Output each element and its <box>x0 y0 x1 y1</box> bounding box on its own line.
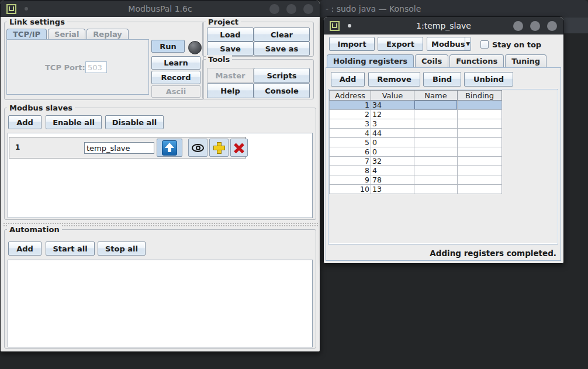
cell-name[interactable] <box>414 157 458 166</box>
cell-name[interactable] <box>414 185 458 194</box>
tab-serial[interactable]: Serial <box>48 29 85 39</box>
column-header-value[interactable]: Value <box>371 90 414 101</box>
maximize-button[interactable] <box>286 4 296 14</box>
registers-scrollpane[interactable]: Address Value Name Binding 1 34 2 12 <box>328 89 558 244</box>
cell-address[interactable]: 7 <box>329 157 371 166</box>
column-header-address[interactable]: Address <box>329 90 371 101</box>
cell-binding[interactable] <box>458 138 502 147</box>
cell-value[interactable]: 34 <box>371 101 414 110</box>
cell-name[interactable] <box>414 166 458 175</box>
titlebar-pin-dot[interactable] <box>25 7 28 11</box>
column-header-name[interactable]: Name <box>414 90 458 101</box>
cell-binding[interactable] <box>458 110 502 119</box>
cell-address[interactable]: 6 <box>329 147 371 157</box>
help-button[interactable]: Help <box>207 83 254 98</box>
table-row: 5 0 <box>329 138 502 147</box>
cell-value[interactable]: 78 <box>371 175 414 185</box>
cell-name[interactable] <box>414 147 458 157</box>
cell-name[interactable] <box>414 110 458 119</box>
cell-value[interactable]: 3 <box>371 119 414 129</box>
app-icon[interactable] <box>330 21 340 31</box>
cell-binding[interactable] <box>458 119 502 129</box>
cell-value[interactable]: 44 <box>371 129 414 138</box>
automation-add-button[interactable]: Add <box>8 242 41 256</box>
slave-duplicate-button[interactable] <box>209 139 229 157</box>
export-button[interactable]: Export <box>378 37 423 51</box>
clear-button[interactable]: Clear <box>254 27 310 42</box>
tcp-port-field[interactable]: 503 <box>85 61 107 73</box>
app-icon[interactable] <box>6 4 16 14</box>
tab-holding-registers[interactable]: Holding registers <box>327 54 414 67</box>
mode-combobox[interactable]: Modbus ▼ <box>427 37 471 51</box>
cell-value[interactable]: 4 <box>371 166 414 175</box>
cell-value[interactable]: 0 <box>371 138 414 147</box>
cell-binding[interactable] <box>458 147 502 157</box>
load-button[interactable]: Load <box>207 27 254 42</box>
learn-button[interactable]: Learn <box>151 56 200 70</box>
cell-address[interactable]: 4 <box>329 129 371 138</box>
enable-all-button[interactable]: Enable all <box>46 115 102 129</box>
slaves-add-button[interactable]: Add <box>8 115 41 129</box>
cell-address[interactable]: 1 <box>329 101 371 110</box>
slave-enable-toggle[interactable] <box>157 139 182 157</box>
column-header-binding[interactable]: Binding <box>458 90 502 101</box>
tab-tcpip[interactable]: TCP/IP <box>6 29 47 39</box>
cell-address[interactable]: 5 <box>329 138 371 147</box>
cell-address[interactable]: 10 <box>329 185 371 194</box>
titlebar-pin-dot[interactable] <box>348 24 351 27</box>
save-button[interactable]: Save <box>207 42 254 56</box>
import-button[interactable]: Import <box>329 37 375 51</box>
close-button[interactable] <box>303 4 313 14</box>
tab-replay[interactable]: Replay <box>87 29 128 39</box>
register-bind-button[interactable]: Bind <box>423 72 461 87</box>
konsole-titlebar[interactable]: - : sudo java — Konsole <box>320 0 588 18</box>
cell-name[interactable] <box>414 101 458 110</box>
cell-name[interactable] <box>414 175 458 185</box>
cell-address[interactable]: 2 <box>329 110 371 119</box>
slave-view-button[interactable] <box>188 139 207 157</box>
slave-window-titlebar[interactable]: 1:temp_slave <box>324 17 563 35</box>
disable-all-button[interactable]: Disable all <box>105 115 164 129</box>
maximize-button[interactable] <box>530 21 540 31</box>
console-button[interactable]: Console <box>254 83 310 98</box>
cell-value[interactable]: 32 <box>371 157 414 166</box>
stay-on-top-checkbox[interactable] <box>480 40 489 49</box>
konsole-window-title: - : sudo java — Konsole <box>326 4 421 13</box>
cell-value[interactable]: 12 <box>371 110 414 119</box>
cell-value[interactable]: 0 <box>371 147 414 157</box>
tab-functions[interactable]: Functions <box>449 54 504 67</box>
tab-coils[interactable]: Coils <box>415 54 448 67</box>
cell-binding[interactable] <box>458 166 502 175</box>
cell-binding[interactable] <box>458 101 502 110</box>
record-button[interactable]: Record <box>151 71 200 84</box>
save-as-button[interactable]: Save as <box>254 42 310 56</box>
cell-value[interactable]: 13 <box>371 185 414 194</box>
cell-binding[interactable] <box>458 175 502 185</box>
slave-delete-button[interactable] <box>230 139 248 157</box>
minimize-button[interactable] <box>269 4 279 14</box>
stop-all-button[interactable]: Stop all <box>98 242 146 256</box>
cell-binding[interactable] <box>458 185 502 194</box>
table-row: 6 0 <box>329 147 502 157</box>
start-all-button[interactable]: Start all <box>46 242 95 256</box>
run-button[interactable]: Run <box>151 40 185 53</box>
cell-binding[interactable] <box>458 129 502 138</box>
mode-combobox-value: Modbus <box>427 37 465 50</box>
cell-address[interactable]: 9 <box>329 175 371 185</box>
cell-address[interactable]: 3 <box>329 119 371 129</box>
register-remove-button[interactable]: Remove <box>368 72 420 87</box>
register-unbind-button[interactable]: Unbind <box>464 72 513 87</box>
tab-tuning[interactable]: Tuning <box>505 54 547 67</box>
cell-name[interactable] <box>414 129 458 138</box>
scripts-button[interactable]: Scripts <box>254 68 310 83</box>
modbuspal-titlebar[interactable]: ModbusPal 1.6c <box>1 1 320 17</box>
cell-name[interactable] <box>414 119 458 129</box>
cell-address[interactable]: 8 <box>329 166 371 175</box>
cell-name[interactable] <box>414 138 458 147</box>
slave-name-field[interactable]: temp_slave <box>84 142 154 154</box>
minimize-button[interactable] <box>513 21 523 31</box>
cell-binding[interactable] <box>458 157 502 166</box>
register-add-button[interactable]: Add <box>331 72 365 87</box>
chevron-down-icon[interactable]: ▼ <box>465 37 471 50</box>
close-button[interactable] <box>547 21 557 31</box>
